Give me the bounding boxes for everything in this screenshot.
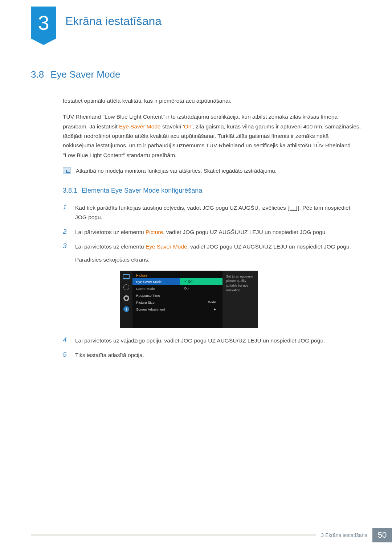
chapter-number: 3 (38, 11, 49, 34)
step-text: Lai pārvietotos uz elementu Picture, vad… (75, 227, 327, 237)
osd-value-on[interactable]: On (180, 285, 222, 292)
section-number: 3.8 (31, 69, 44, 80)
osd-item-game-mode[interactable]: Game Mode (132, 285, 180, 292)
osd-item-eye-saver[interactable]: Eye Saver Mode (132, 278, 180, 285)
osd-item-response-time[interactable]: Response Time (132, 292, 180, 299)
subsection-title: Elementa Eye Saver Mode konfigurēšana (82, 187, 202, 194)
chapter-title: Ekrāna iestatīšana (65, 15, 162, 28)
description-paragraph: TÜV Rheinland "Low Blue Light Content" i… (31, 112, 361, 160)
osd-value-off[interactable]: Off (180, 278, 222, 285)
osd-panel: i Picture Eye Saver Mode Game Mode Respo… (120, 271, 258, 328)
footer-bar (31, 534, 316, 536)
note-icon (63, 167, 71, 174)
osd-menu-list: Picture Eye Saver Mode Game Mode Respons… (132, 271, 180, 328)
step-number: 3 (63, 242, 69, 265)
osd-item-screen-adjustment[interactable]: Screen Adjustment (132, 306, 180, 313)
subsection-heading: 3.8.1Elementa Eye Saver Mode konfigurēša… (31, 187, 361, 194)
section-heading: 3.8Eye Saver Mode (31, 69, 361, 80)
osd-screenshot: i Picture Eye Saver Mode Game Mode Respo… (120, 271, 361, 328)
step-text: Tiks iestatīta atlasītā opcija. (75, 350, 144, 360)
step-2: 2 Lai pārvietotos uz elementu Picture, v… (31, 227, 361, 237)
note-text: Atkarībā no modeļa monitora funkcijas va… (76, 167, 277, 175)
step-text: Kad tiek parādīts funkcijas taustiņu ceļ… (75, 203, 361, 222)
section-title: Eye Saver Mode (50, 69, 120, 80)
display-tab-icon[interactable] (123, 284, 129, 290)
osd-description: Set to an optimum picture quality suitab… (222, 271, 258, 328)
page-number: 50 (372, 528, 392, 542)
osd-values-list: Off On Wide ▶ (180, 271, 222, 328)
chapter-badge: 3 (31, 7, 56, 38)
osd-sidebar: i (120, 271, 132, 328)
step-4: 4 Lai pārvietotos uz vajadzīgo opciju, v… (31, 336, 361, 345)
page-content: 3.8Eye Saver Mode Iestatiet optimālu att… (31, 69, 361, 365)
highlight-eye-saver-2: Eye Saver Mode (146, 243, 187, 250)
info-tab-icon[interactable]: i (123, 306, 129, 312)
footer-label: 3 Ekrāna iestatīšana (316, 532, 372, 538)
step-3: 3 Lai pārvietotos uz elementu Eye Saver … (31, 242, 361, 265)
osd-menu-title: Picture (132, 273, 180, 278)
menu-icon (290, 206, 297, 211)
osd-submenu-arrow-icon: ▶ (180, 305, 222, 312)
step-text: Lai pārvietotos uz elementu Eye Saver Mo… (75, 242, 351, 265)
step-number: 1 (63, 203, 69, 222)
step-1: 1 Kad tiek parādīts funkcijas taustiņu c… (31, 203, 361, 222)
picture-tab-icon[interactable] (123, 274, 130, 279)
step-text: Lai pārvietotos uz vajadzīgo opciju, vad… (75, 336, 325, 345)
highlight-eye-saver: Eye Saver Mode (119, 123, 161, 130)
highlight-on: On (184, 123, 192, 130)
highlight-picture: Picture (146, 229, 163, 235)
step-5: 5 Tiks iestatīta atlasītā opcija. (31, 350, 361, 360)
step-number: 4 (63, 336, 69, 345)
subsection-number: 3.8.1 (63, 187, 77, 194)
intro-paragraph: Iestatiet optimālu attēla kvalitāti, kas… (31, 96, 361, 106)
osd-main: Picture Eye Saver Mode Game Mode Respons… (132, 271, 258, 328)
settings-tab-icon[interactable] (123, 295, 129, 301)
note-row: Atkarībā no modeļa monitora funkcijas va… (31, 167, 361, 175)
page-footer: 3 Ekrāna iestatīšana 50 (31, 529, 392, 542)
step-number: 5 (63, 350, 69, 360)
osd-picture-size-value: Wide (180, 299, 222, 305)
osd-item-picture-size[interactable]: Picture Size (132, 299, 180, 306)
step-number: 2 (63, 227, 69, 237)
